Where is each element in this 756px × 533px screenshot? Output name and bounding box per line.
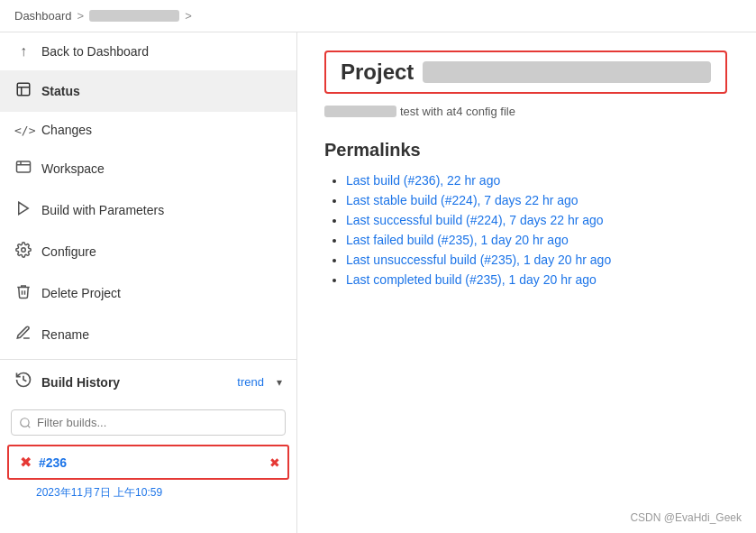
filter-builds-input[interactable] [11, 409, 286, 436]
breadcrumb-project-blurred [89, 10, 179, 22]
sidebar-item-workspace[interactable]: Workspace [0, 148, 296, 189]
sidebar-label-build: Build with Parameters [41, 203, 164, 217]
main-content: Project test with at4 config file Permal… [297, 32, 756, 533]
back-icon: ↑ [14, 43, 32, 60]
permalink-link-4[interactable]: Last unsuccessful build (#235), 1 day 20… [346, 253, 611, 267]
build-icon [14, 200, 32, 220]
sidebar-label-workspace: Workspace [41, 161, 105, 176]
svg-rect-3 [17, 161, 31, 172]
project-description: test with at4 config file [324, 105, 729, 118]
breadcrumb-dashboard[interactable]: Dashboard [14, 9, 72, 23]
sidebar-label-changes: Changes [41, 123, 92, 137]
trend-link[interactable]: trend [237, 375, 264, 389]
sidebar-label-status: Status [41, 84, 80, 98]
sidebar: ↑ Back to Dashboard Status </> Changes W… [0, 32, 297, 533]
build-delete-icon[interactable]: ✖ [269, 455, 280, 470]
list-item: Last unsuccessful build (#235), 1 day 20… [346, 253, 729, 267]
configure-icon [14, 242, 32, 262]
breadcrumb-chevron-2: > [185, 9, 192, 23]
permalink-link-5[interactable]: Last completed build (#235), 1 day 20 hr… [346, 272, 597, 287]
build-item-236[interactable]: ✖ #236 ✖ [7, 445, 289, 480]
permalinks-section: Permalinks Last build (#236), 22 hr ago … [324, 140, 729, 287]
watermark: CSDN @EvaHdi_Geek [630, 511, 742, 524]
sidebar-item-delete-project[interactable]: Delete Project [0, 272, 296, 314]
svg-rect-0 [17, 83, 30, 96]
delete-icon [14, 283, 32, 303]
build-history-header: Build History trend ▾ [0, 359, 296, 404]
sidebar-item-configure[interactable]: Configure [0, 231, 296, 272]
chevron-down-icon: ▾ [277, 376, 282, 389]
permalink-link-0[interactable]: Last build (#236), 22 hr ago [346, 173, 500, 188]
svg-point-5 [22, 248, 26, 253]
description-blurred [324, 106, 396, 117]
svg-marker-4 [19, 202, 29, 215]
list-item: Last stable build (#224), 7 days 22 hr a… [346, 193, 729, 207]
permalinks-title: Permalinks [324, 140, 729, 161]
build-number: #236 [39, 455, 67, 470]
description-text: test with at4 config file [400, 105, 515, 118]
build-history-icon [14, 371, 32, 393]
filter-builds-container [0, 404, 296, 441]
list-item: Last successful build (#224), 7 days 22 … [346, 213, 729, 227]
sidebar-item-rename[interactable]: Rename [0, 314, 296, 355]
list-item: Last failed build (#235), 1 day 20 hr ag… [346, 233, 729, 247]
list-item: Last build (#236), 22 hr ago [346, 173, 729, 188]
build-date[interactable]: 2023年11月7日 上午10:59 [0, 483, 296, 508]
sidebar-item-status[interactable]: Status [0, 70, 296, 112]
breadcrumb: Dashboard > > [0, 0, 756, 32]
permalinks-list: Last build (#236), 22 hr ago Last stable… [324, 173, 729, 287]
sidebar-label-delete: Delete Project [41, 286, 121, 300]
build-history-title: Build History [41, 375, 228, 390]
sidebar-label-configure: Configure [41, 244, 96, 259]
sidebar-label-back: Back to Dashboard [41, 44, 149, 59]
workspace-icon [14, 159, 32, 179]
status-icon [14, 81, 32, 101]
permalink-link-2[interactable]: Last successful build (#224), 7 days 22 … [346, 213, 604, 227]
permalink-link-3[interactable]: Last failed build (#235), 1 day 20 hr ag… [346, 233, 569, 247]
breadcrumb-chevron-1: > [77, 9, 85, 23]
permalink-link-1[interactable]: Last stable build (#224), 7 days 22 hr a… [346, 193, 578, 207]
project-name-blurred [423, 61, 711, 83]
list-item: Last completed build (#235), 1 day 20 hr… [346, 272, 729, 287]
changes-icon: </> [14, 124, 32, 137]
sidebar-item-changes[interactable]: </> Changes [0, 112, 296, 148]
project-title-box: Project [324, 51, 727, 94]
sidebar-label-rename: Rename [41, 327, 89, 342]
sidebar-item-build-with-parameters[interactable]: Build with Parameters [0, 189, 296, 231]
project-title: Project [341, 60, 711, 85]
sidebar-item-back-to-dashboard[interactable]: ↑ Back to Dashboard [0, 32, 296, 70]
rename-icon [14, 325, 32, 345]
build-status-failed-icon: ✖ [20, 454, 32, 471]
